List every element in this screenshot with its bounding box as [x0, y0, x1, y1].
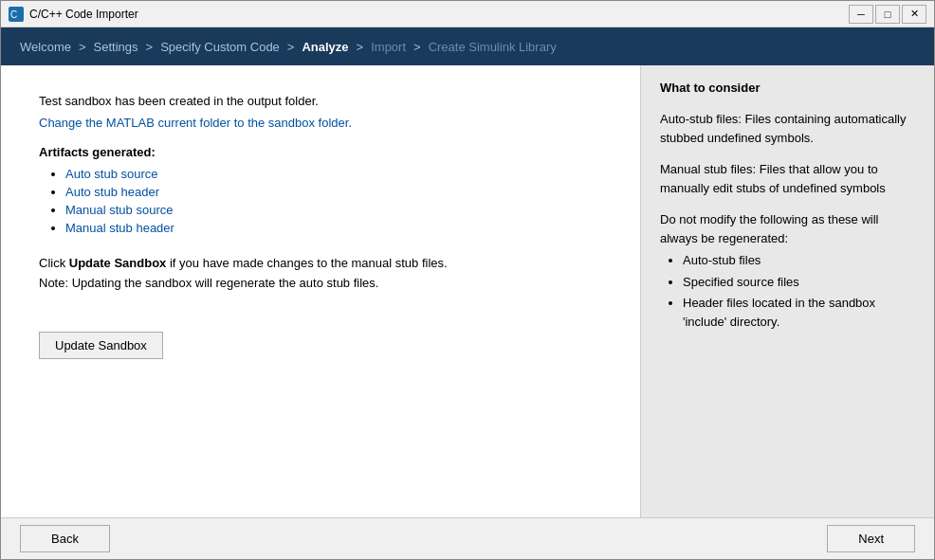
- right-panel-text-1: Auto-stub files: Files containing automa…: [660, 112, 906, 145]
- right-panel-section-3: Do not modify the following as these wil…: [660, 210, 915, 331]
- nav-sep-5: >: [413, 40, 421, 54]
- update-note-bold: Update Sandbox: [69, 256, 167, 270]
- back-button[interactable]: Back: [20, 525, 110, 552]
- update-note-prefix: Click: [39, 256, 69, 270]
- nav-item-welcome[interactable]: Welcome: [20, 40, 71, 54]
- list-item: Manual stub source: [65, 203, 602, 217]
- right-panel-intro-text: Do not modify the following as these wil…: [660, 212, 879, 245]
- change-folder-link[interactable]: Change the MATLAB current folder to the …: [39, 116, 352, 130]
- list-item: Manual stub header: [65, 221, 602, 235]
- list-item: Header files located in the sandbox 'inc…: [683, 294, 915, 331]
- nav-sep-1: >: [79, 40, 86, 54]
- app-icon: C: [9, 7, 24, 22]
- list-item: Specified source files: [683, 273, 915, 292]
- maximize-button[interactable]: □: [875, 5, 900, 24]
- window-controls: ─ □ ✕: [849, 5, 926, 24]
- nav-sep-4: >: [357, 40, 364, 54]
- update-note: Click Update Sandbox if you have made ch…: [39, 254, 602, 294]
- right-panel: What to consider Auto-stub files: Files …: [640, 65, 934, 517]
- right-panel-section-1: Auto-stub files: Files containing automa…: [660, 110, 915, 147]
- svg-text:C: C: [10, 9, 17, 20]
- list-item: Auto-stub files: [683, 251, 915, 270]
- nav-item-import: Import: [371, 40, 406, 54]
- list-item: Auto stub header: [65, 185, 602, 199]
- left-panel: Test sandbox has been created in the out…: [1, 65, 640, 517]
- nav-item-specify-custom-code[interactable]: Specify Custom Code: [160, 40, 280, 54]
- right-panel-list: Auto-stub files Specified source files H…: [660, 251, 915, 331]
- artifacts-list: Auto stub source Auto stub header Manual…: [39, 167, 602, 235]
- manual-stub-source-link[interactable]: Manual stub source: [65, 203, 173, 217]
- update-note-line2: Note: Updating the sandbox will regenera…: [39, 276, 378, 290]
- minimize-button[interactable]: ─: [849, 5, 873, 24]
- list-item: Auto stub source: [65, 167, 602, 181]
- nav-sep-3: >: [287, 40, 295, 54]
- nav-item-analyze[interactable]: Analyze: [302, 40, 348, 54]
- right-panel-list-item-1: Auto-stub files: [683, 253, 761, 267]
- update-sandbox-button[interactable]: Update Sandbox: [39, 332, 163, 359]
- right-panel-text-2: Manual stub files: Files that allow you …: [660, 162, 886, 195]
- nav-sep-2: >: [146, 40, 154, 54]
- right-panel-list-item-3: Header files located in the sandbox 'inc…: [683, 296, 875, 329]
- sandbox-text: Test sandbox has been created in the out…: [39, 94, 602, 108]
- artifacts-label: Artifacts generated:: [39, 145, 602, 159]
- nav-bar: Welcome > Settings > Specify Custom Code…: [1, 27, 934, 65]
- title-bar: C C/C++ Code Importer ─ □ ✕: [1, 1, 934, 27]
- window-title: C/C++ Code Importer: [29, 8, 849, 21]
- auto-stub-source-link[interactable]: Auto stub source: [65, 167, 158, 181]
- manual-stub-header-link[interactable]: Manual stub header: [65, 221, 174, 235]
- close-button[interactable]: ✕: [902, 5, 926, 24]
- auto-stub-header-link[interactable]: Auto stub header: [65, 185, 159, 199]
- right-panel-section-2: Manual stub files: Files that allow you …: [660, 160, 915, 197]
- update-note-suffix: if you have made changes to the manual s…: [166, 256, 447, 270]
- right-panel-title: What to consider: [660, 81, 915, 95]
- footer: Back Next: [1, 517, 934, 559]
- next-button[interactable]: Next: [827, 525, 915, 552]
- right-panel-list-item-2: Specified source files: [683, 275, 799, 289]
- main-content: Test sandbox has been created in the out…: [1, 65, 934, 517]
- nav-item-settings[interactable]: Settings: [94, 40, 138, 54]
- nav-item-create-simulink-library: Create Simulink Library: [429, 40, 557, 54]
